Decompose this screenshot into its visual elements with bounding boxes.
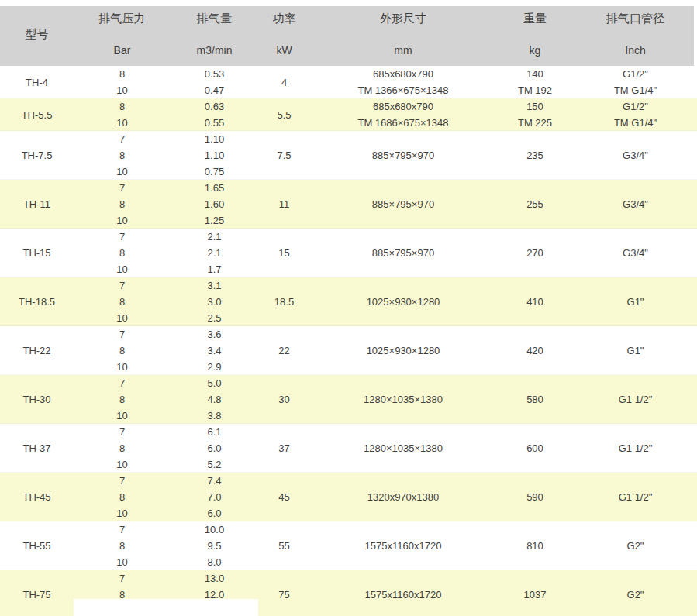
cell-model-value: TH-75	[22, 587, 50, 603]
cell-pressure: 7810	[74, 131, 171, 180]
cell-model: TH-30	[0, 375, 74, 424]
cell-pressure-value: 10	[116, 163, 127, 180]
cell-model-value: TH-15	[22, 245, 50, 261]
header-cell-weight: 重量 kg	[496, 6, 574, 66]
cell-displacement: 10.09.58.0	[171, 521, 258, 570]
cell-pressure: 810	[74, 66, 171, 98]
cell-power-value: 18.5	[274, 294, 294, 310]
table-row: TH-1578102.12.11.715885×795×970270G3/4"	[0, 229, 697, 277]
cell-pressure: 7810	[74, 424, 171, 473]
cell-dimensions-value: 1025×930×1280	[367, 294, 440, 310]
cell-displacement-value: 7.0	[207, 489, 221, 505]
cell-power-value: 11	[279, 196, 290, 212]
cell-pressure: 7810	[74, 180, 171, 229]
cell-model-value: TH-11	[23, 196, 50, 212]
cell-displacement-value: 4.8	[207, 391, 221, 408]
cell-pressure-value: 8	[119, 538, 125, 554]
cell-port-value: G1/2"	[623, 66, 648, 82]
cell-weight-value: 590	[526, 489, 543, 505]
cell-dimensions: 885×795×970	[310, 180, 496, 229]
cell-displacement-value: 6.0	[207, 440, 221, 456]
cell-model: TH-37	[0, 424, 74, 473]
cell-pressure-value: 8	[119, 294, 125, 310]
cell-pressure-value: 7	[119, 570, 125, 587]
cell-pressure-value: 7	[119, 375, 125, 391]
cell-weight: 420	[496, 326, 574, 375]
cell-dimensions-value: 885×795×970	[372, 245, 434, 261]
cell-displacement-value: 3.8	[207, 408, 221, 424]
cell-weight-value: 235	[526, 147, 543, 163]
header-cell-model: 型号	[0, 6, 74, 66]
cell-power-value: 15	[278, 245, 289, 261]
table-row: TH-7.578101.101.100.757.5885×795×970235G…	[0, 131, 697, 180]
cell-displacement-value: 1.10	[205, 147, 224, 163]
cell-pressure-value: 8	[119, 440, 125, 456]
cell-displacement-value: 10.0	[205, 521, 224, 538]
cell-pressure-value: 8	[119, 98, 125, 115]
table-row: TH-1178101.651.601.2511885×795×970255G3/…	[0, 180, 697, 229]
cell-weight-value: 810	[526, 538, 543, 554]
cell-model-value: TH-18.5	[19, 294, 55, 310]
cell-pressure: 7810	[74, 277, 171, 326]
cell-weight-value: 270	[526, 245, 543, 261]
cell-power-value: 7.5	[277, 147, 291, 163]
header-label-dimensions: 外形尺寸	[380, 12, 426, 25]
table-row: TH-2278103.63.42.9221025×930×1280420G1"	[0, 326, 697, 375]
cell-dimensions-value: TM 1366×675×1348	[357, 82, 448, 98]
cell-port-value: G1/2"	[623, 98, 648, 115]
cell-weight-value: 600	[526, 440, 543, 456]
cell-port: G1/2"TM G1/4"	[574, 66, 697, 98]
table-row: TH-5.58100.630.555.5685x680x790TM 1686×6…	[0, 98, 697, 131]
cell-displacement-value: 3.6	[207, 326, 221, 342]
cell-weight-value: 255	[526, 196, 543, 212]
cell-power: 45	[258, 473, 310, 521]
cell-port-value: G3/4"	[623, 245, 648, 261]
cell-pressure-value: 8	[119, 342, 125, 359]
cell-port: G1"	[574, 326, 697, 375]
cell-displacement-value: 1.10	[205, 131, 224, 147]
cell-power-value: 4	[281, 74, 287, 91]
cell-power-value: 55	[278, 538, 289, 554]
cell-weight-value: 410	[526, 294, 543, 310]
cell-weight: 150TM 225	[496, 98, 574, 131]
cell-displacement-value: 5.2	[207, 456, 221, 473]
cell-weight: 580	[496, 375, 574, 424]
cell-port: G1/2"TM G1/4"	[574, 98, 697, 131]
header-unit-weight: kg	[530, 44, 541, 57]
cell-dimensions: 1025×930×1280	[310, 277, 496, 326]
cell-pressure: 810	[74, 98, 171, 131]
cell-displacement-value: 0.53	[205, 66, 224, 82]
header-unit-port: Inch	[625, 44, 645, 57]
cell-pressure: 7810	[74, 473, 171, 521]
cell-port: G1 1/2"	[574, 424, 697, 473]
cell-port-value: G1 1/2"	[619, 391, 653, 408]
cell-weight-value: 580	[526, 391, 543, 408]
cell-pressure-value: 10	[116, 261, 127, 277]
cell-pressure: 7810	[74, 521, 171, 570]
cell-power-value: 30	[278, 391, 289, 408]
cell-port: G3/4"	[574, 180, 697, 229]
cell-displacement-value: 3.1	[207, 277, 221, 294]
cell-pressure-value: 8	[119, 147, 125, 163]
cell-dimensions: 685x680x790TM 1686×675×1348	[310, 98, 496, 131]
cell-power: 18.5	[258, 277, 310, 326]
cell-port-value: G1 1/2"	[619, 440, 653, 456]
cell-pressure-value: 7	[119, 424, 125, 440]
table-row: TH-18.578103.13.02.518.51025×930×1280410…	[0, 277, 697, 326]
cell-pressure-value: 10	[116, 82, 127, 98]
cell-displacement: 1.101.100.75	[171, 131, 258, 180]
cell-weight: 235	[496, 131, 574, 180]
header-unit-displacement: m3/min	[197, 44, 233, 57]
cell-displacement: 6.16.05.2	[171, 424, 258, 473]
cell-model: TH-18.5	[0, 277, 74, 326]
cell-port-value: TM G1/4"	[614, 115, 657, 131]
cell-weight: 270	[496, 229, 574, 277]
header-unit-power: kW	[276, 44, 292, 57]
cell-model: TH-4	[0, 66, 74, 98]
cell-dimensions-value: TM 1686×675×1348	[357, 115, 448, 131]
header-label-port: 排气口管径	[606, 12, 664, 25]
cell-pressure-value: 10	[116, 115, 127, 131]
cell-pressure-value: 7	[119, 277, 125, 294]
cell-displacement-value: 2.1	[207, 229, 221, 245]
cell-weight: 600	[496, 424, 574, 473]
